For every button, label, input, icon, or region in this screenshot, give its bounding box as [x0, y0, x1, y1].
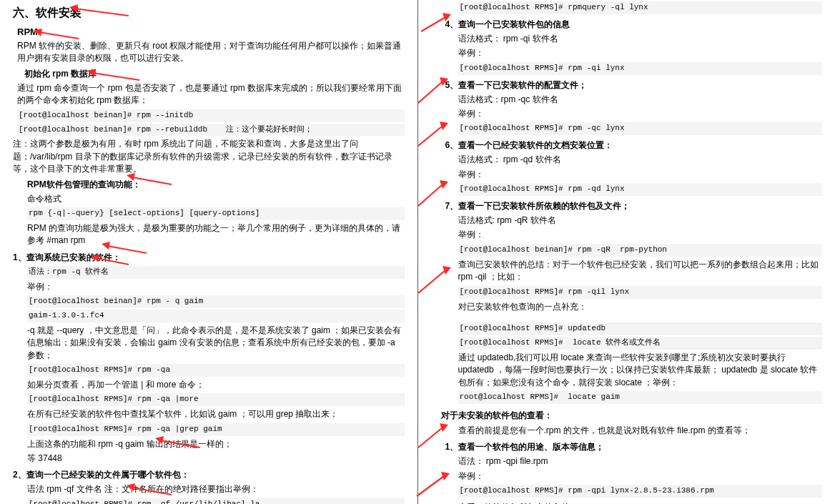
- item4-heading: 4、查询一个已安装软件包的信息: [445, 19, 823, 31]
- arrow-icon: [414, 122, 450, 149]
- code-rpmquery-ql: [root@localhost RPMS]# rpmquery -ql lynx: [458, 1, 823, 14]
- svg-line-16: [421, 17, 445, 31]
- item7-heading: 7、查看一下已安装软件所依赖的软件包及文件；: [445, 200, 823, 212]
- code-query-fmt: rpm {-q|--query} [select-options] [query…: [27, 207, 405, 220]
- code-q-gaim: [root@localhost beinan]# rpm - q gaim: [27, 295, 405, 308]
- item2-syntax: 语法 rpm -qf 文件名 注：文件名所在的绝对路径要指出举例：: [27, 483, 405, 495]
- code-locate-gaim: root@localhost RPMS]# locate gaim: [458, 391, 823, 404]
- item7-syntax: 语法格式: rpm -qR 软件名: [458, 214, 823, 227]
- svg-line-28: [417, 476, 444, 496]
- svg-marker-29: [441, 472, 450, 480]
- item2-heading: 2、查询一个已经安装的文件属于哪个软件包：: [13, 469, 405, 481]
- query-note: RPM 的查询功能是极为强大，是极为重要的功能之一；举几个常用的例子，更为详细的…: [27, 222, 405, 247]
- code-qa-grep: [root@localhost RPMS]# rpm -qa |grep gai…: [27, 423, 405, 436]
- init-db-heading: 初始化 rpm 数据库: [24, 68, 405, 80]
- item1-note5: 等 37448: [27, 453, 405, 465]
- code-qc: [root@localhost RPMS]# rpm -qc lynx: [458, 122, 823, 135]
- item6-eg: 举例：: [458, 169, 823, 181]
- right-column: [root@localhost RPMS]# rpmquery -ql lynx…: [418, 0, 836, 504]
- svg-line-26: [418, 428, 443, 448]
- arrow-icon: [414, 180, 450, 209]
- svg-line-18: [418, 81, 443, 103]
- init-db-note: 注：这两个参数是极为有用，有时 rpm 系统出了问题，不能安装和查询，大多是这里…: [13, 138, 405, 175]
- item1-note4: 上面这条的功能和 rpm -q gaim 输出的结果是一样的；: [27, 438, 405, 450]
- code-qil: [root@localhost RPMS]# rpm -qil lynx: [458, 286, 823, 299]
- svg-line-20: [418, 126, 443, 146]
- code-qpi: [root@localhost RPMS]# rpm -qpi lynx-2.8…: [458, 485, 823, 498]
- code-gaim-ver: gaim-1.3.0-1.fc4: [27, 310, 405, 322]
- code-qi: [root@localhost RPMS]# rpm -qi lynx: [458, 62, 823, 75]
- init-db-text: 通过 rpm 命令查询一个 rpm 包是否安装了，也是要通过 rpm 数据库来完…: [17, 82, 405, 107]
- item6-heading: 6、查看一个已经安装软件的文档安装位置：: [445, 139, 823, 152]
- code-qa-more: [root@localhost RPMS]# rpm -qa |more: [27, 393, 405, 406]
- svg-marker-21: [440, 122, 448, 130]
- item1-syntax: 语法：rpm -q 软件名: [27, 266, 405, 279]
- code-locate-fmt: [root@localhost RPMS]# locate 软件名或文件名: [458, 337, 823, 350]
- svg-line-22: [418, 184, 443, 206]
- rpm-heading: RPM: [17, 26, 405, 37]
- svg-line-24: [418, 270, 445, 293]
- code-qd: [root@localhost RPMS]# rpm -qd lynx: [458, 183, 823, 196]
- uninstalled-heading: 对于未安装的软件包的查看：: [441, 410, 823, 422]
- query-heading: RPM软件包管理的查询功能：: [27, 179, 405, 191]
- code-rebuilddb: [root@localhost beinan]# rpm --rebuilddb…: [17, 124, 405, 137]
- rpm-intro: RPM 软件的安装、删除、更新只有 root 权限才能使用；对于查询功能任何用户…: [17, 40, 405, 65]
- item6-syntax: 语法格式： rpm -qd 软件名: [458, 154, 823, 166]
- item7-note3: 通过 updatedb,我们可以用 locate 来查询一些软件安装到哪里了;系…: [458, 352, 823, 389]
- code-updatedb: [root@localhost RPMS]# updatedb: [458, 322, 823, 335]
- item5-eg: 举例：: [458, 108, 823, 120]
- svg-marker-23: [440, 180, 448, 189]
- item4-eg: 举例：: [458, 47, 823, 59]
- svg-marker-27: [440, 423, 448, 432]
- unitem1-heading: 1、查看一个软件包的用途、版本等信息；: [445, 441, 823, 453]
- item7-eg: 举例：: [458, 229, 823, 241]
- code-qa: [root@localhost RPMS]# rpm -qa: [27, 364, 405, 377]
- item7-note2: 对已安装软件包查询的一点补充：: [458, 301, 823, 313]
- item1-note3: 在所有已经安装的软件包中查找某个软件，比如说 gaim ；可以用 grep 抽取…: [27, 408, 405, 420]
- item1-eg-label: 举例：: [27, 281, 405, 293]
- arrow-icon: [412, 472, 451, 499]
- arrow-icon: [414, 77, 450, 106]
- arrow-icon: [414, 266, 453, 296]
- unitem1-syntax: 语法： rpm -qpi file.rpm: [458, 455, 823, 468]
- code-initdb: [root@localhost beinan]# rpm --initdb: [17, 109, 405, 122]
- item1-heading: 1、查询系统已安装的软件：: [13, 252, 405, 264]
- item7-note: 查询已安装软件的总结：对于一个软件包已经安装，我们可以把一系列的参数组合起来用；…: [458, 259, 823, 284]
- query-fmt-label: 命令格式: [27, 193, 405, 205]
- item5-syntax: 语法格式：rpm -qc 软件名: [458, 94, 823, 106]
- item1-note: -q 就是 --query ，中文意思是「问」，此命令表示的是，是不是系统安装了…: [27, 325, 405, 362]
- left-column: 六、软件安装 RPM RPM 软件的安装、删除、更新只有 root 权限才能使用…: [0, 0, 418, 504]
- section-title: 六、软件安装: [13, 6, 405, 21]
- page-columns: 六、软件安装 RPM RPM 软件的安装、删除、更新只有 root 权限才能使用…: [0, 0, 835, 504]
- code-qR: [root@localhost beinan]# rpm -qR rpm-pyt…: [458, 244, 823, 257]
- item1-note2: 如果分页查看，再加一个管道 | 和 more 命令；: [27, 379, 405, 391]
- unitem1-eg: 举例：: [458, 470, 823, 483]
- code-qf: [root@localhost RPMS]# rpm -qf /usr/lib/…: [27, 498, 405, 504]
- item5-heading: 5、查看一下已安装软件的配置文件；: [445, 79, 823, 92]
- uninstalled-note: 查看的前提是您有一个.rpm 的文件，也就是说对既有软件 file.rpm 的查…: [458, 425, 823, 437]
- arrow-icon: [414, 423, 450, 450]
- item4-syntax: 语法格式： rpm -qi 软件名: [458, 33, 823, 45]
- svg-marker-25: [443, 266, 451, 275]
